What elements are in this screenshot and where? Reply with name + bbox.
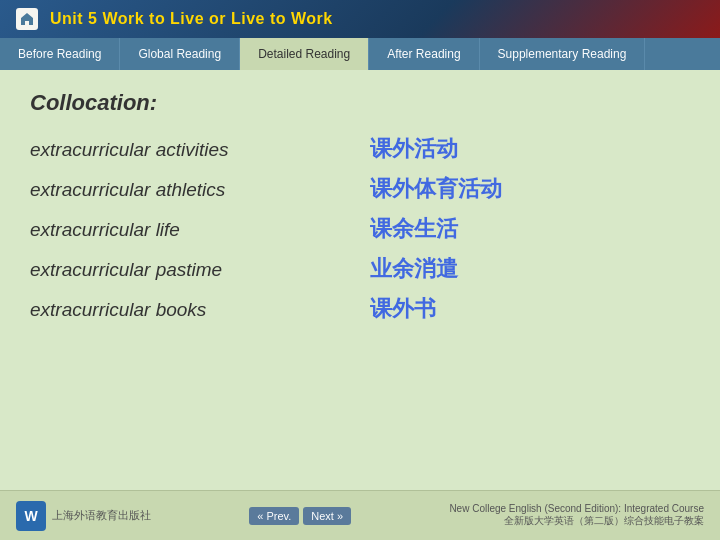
vocab-chinese-4: 课外书 xyxy=(370,294,436,324)
publisher-name: 上海外语教育出版社 xyxy=(52,508,151,523)
vocab-english-2: extracurricular life xyxy=(30,219,330,241)
unit-title: Unit 5 Work to Live or Live to Work xyxy=(50,10,333,28)
vocab-chinese-1: 课外体育活动 xyxy=(370,174,502,204)
tab-detailed-reading[interactable]: Detailed Reading xyxy=(240,38,369,70)
prev-button[interactable]: « Prev. xyxy=(249,507,299,525)
vocab-english-0: extracurricular activities xyxy=(30,139,330,161)
vocab-item-4: extracurricular books 课外书 xyxy=(30,294,690,324)
page-footer: W 上海外语教育出版社 « Prev. Next » New College E… xyxy=(0,490,720,540)
nav-tabs: Before Reading Global Reading Detailed R… xyxy=(0,38,720,70)
tab-supplementary-reading[interactable]: Supplementary Reading xyxy=(480,38,646,70)
vocab-chinese-2: 课余生活 xyxy=(370,214,458,244)
vocab-english-1: extracurricular athletics xyxy=(30,179,330,201)
vocab-english-3: extracurricular pastime xyxy=(30,259,330,281)
vocab-english-4: extracurricular books xyxy=(30,299,330,321)
section-title: Collocation: xyxy=(30,90,690,116)
tab-global-reading[interactable]: Global Reading xyxy=(120,38,240,70)
vocab-item-2: extracurricular life 课余生活 xyxy=(30,214,690,244)
footer-logo: W 上海外语教育出版社 xyxy=(16,501,151,531)
vocab-item-3: extracurricular pastime 业余消遣 xyxy=(30,254,690,284)
publisher-icon: W xyxy=(16,501,46,531)
footer-info: New College English (Second Edition): In… xyxy=(449,503,704,528)
home-icon xyxy=(16,8,38,30)
next-button[interactable]: Next » xyxy=(303,507,351,525)
vocab-item-0: extracurricular activities 课外活动 xyxy=(30,134,690,164)
tab-before-reading[interactable]: Before Reading xyxy=(0,38,120,70)
vocab-item-1: extracurricular athletics 课外体育活动 xyxy=(30,174,690,204)
prev-arrow-icon: « xyxy=(257,510,263,522)
main-content: Collocation: extracurricular activities … xyxy=(0,70,720,490)
next-arrow-icon: » xyxy=(337,510,343,522)
footer-navigation: « Prev. Next » xyxy=(249,507,351,525)
page-header: Unit 5 Work to Live or Live to Work xyxy=(0,0,720,38)
vocab-chinese-3: 业余消遣 xyxy=(370,254,458,284)
tab-after-reading[interactable]: After Reading xyxy=(369,38,479,70)
vocab-chinese-0: 课外活动 xyxy=(370,134,458,164)
